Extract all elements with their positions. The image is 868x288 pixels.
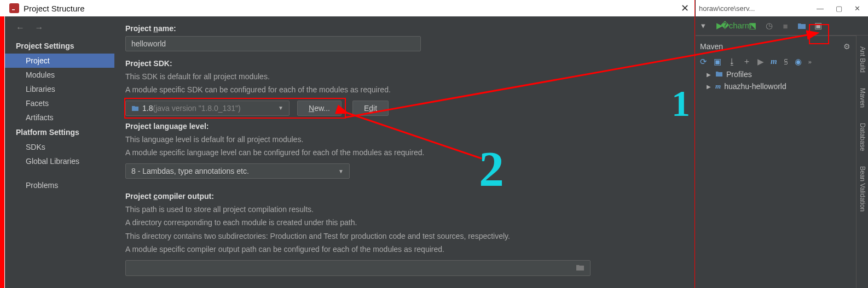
chevron-down-icon: ▼ <box>338 168 344 174</box>
chevron-right-icon[interactable]: » <box>808 58 812 65</box>
sdk-desc-1: This SDK is default for all project modu… <box>125 71 684 82</box>
terminal-icon[interactable]: ▣ <box>814 21 823 30</box>
gutter-maven[interactable]: Maven <box>859 88 866 108</box>
profile-icon[interactable]: ◷ <box>765 21 773 30</box>
maven-project-label: huazhu-helloworld <box>724 82 786 91</box>
dialog-title: Project Structure <box>24 4 85 13</box>
settings-sidebar: ← → Project Settings Project Modules Lib… <box>5 16 114 288</box>
project-settings-panel: Project name: helloworld Project SDK: Th… <box>114 16 695 288</box>
project-structure-dialog: Project Structure ✕ ← → Project Settings… <box>5 0 695 288</box>
maven-profiles-node[interactable]: ▶ Profiles <box>700 68 864 80</box>
language-level-value: 8 - Lambdas, type annotations etc. <box>131 167 249 175</box>
ide-title-path: horaw\core\serv... <box>699 4 755 13</box>
maven-toolbar: ⟳ ▣ ⭳ ＋ ▶ m ⫓ ◉ » <box>700 55 864 68</box>
gutter-ant[interactable]: Ant Build <box>859 46 866 73</box>
gutter-database[interactable]: Database <box>859 123 866 151</box>
ide-titlebar: horaw\core\serv... — ▢ ✕ <box>696 0 868 16</box>
sdk-desc-2: A module specific SDK can be configured … <box>125 84 684 95</box>
compiler-output-label: Project compiler output: <box>125 192 684 201</box>
tree-expand-icon: ▶ <box>707 84 712 90</box>
skip-tests-icon[interactable]: ⫓ <box>784 57 788 66</box>
out-desc-3: This directory contains two subdirectori… <box>125 231 684 242</box>
language-level-combo[interactable]: 8 - Lambdas, type annotations etc. ▼ <box>125 163 350 179</box>
jdk-folder-icon <box>131 104 139 112</box>
dropdown-caret-icon[interactable]: ▾ <box>699 21 708 30</box>
maximize-icon[interactable]: ▢ <box>836 4 842 13</box>
section-project-settings: Project Settings <box>5 38 114 54</box>
language-level-label: Project language level: <box>125 122 684 131</box>
sidebar-item-problems[interactable]: Problems <box>5 178 114 192</box>
compiler-output-input[interactable] <box>125 260 591 276</box>
sidebar-item-artifacts[interactable]: Artifacts <box>5 110 114 125</box>
ide-toolbar: ▾ ▶ �charm ⬔ ◷ ■ ▣ <box>696 16 868 36</box>
run-maven-icon[interactable]: ▶ <box>757 57 764 67</box>
sdk-name: 1.8 <box>142 104 153 113</box>
nav-back-icon[interactable]: ← <box>16 23 25 32</box>
gutter-bean[interactable]: Bean Validation <box>859 166 866 211</box>
sidebar-item-sdks[interactable]: SDKs <box>5 140 114 154</box>
intellij-icon <box>9 3 19 13</box>
annotation-number-1: 1 <box>672 82 690 125</box>
stop-icon[interactable]: ■ <box>781 21 790 30</box>
section-platform-settings: Platform Settings <box>5 125 114 140</box>
edit-sdk-button[interactable]: Edit <box>352 101 389 116</box>
sidebar-item-global-libs[interactable]: Global Libraries <box>5 154 114 168</box>
nav-forward-icon[interactable]: → <box>34 23 43 32</box>
project-name-label: Project name: <box>125 24 684 33</box>
new-sdk-button[interactable]: New... <box>297 101 342 116</box>
annotation-number-2: 2 <box>479 140 504 198</box>
sidebar-item-libraries[interactable]: Libraries <box>5 82 114 96</box>
window-close-icon[interactable]: ✕ <box>854 4 860 13</box>
maven-tool-window: Maven ⚙ — ⟳ ▣ ⭳ ＋ ▶ m ⫓ ◉ » ▶ Profiles ▶… <box>696 36 868 95</box>
lang-desc-1: This language level is default for all p… <box>125 134 684 145</box>
sidebar-item-facets[interactable]: Facets <box>5 96 114 110</box>
maven-project-icon: m <box>715 82 721 91</box>
add-folder-icon[interactable]: ▣ <box>714 57 721 67</box>
right-tool-gutter: Ant Build Maven Database Bean Validation <box>856 36 868 288</box>
debug-icon[interactable]: �charm <box>732 21 740 30</box>
dialog-titlebar: Project Structure ✕ <box>5 0 695 16</box>
project-sdk-combo[interactable]: 1.8 (java version "1.8.0_131") ▼ <box>125 101 290 116</box>
lang-desc-2: A module specific language level can be … <box>125 147 684 158</box>
svg-rect-1 <box>12 9 15 10</box>
profiles-label: Profiles <box>726 70 752 79</box>
download-icon[interactable]: ⭳ <box>728 57 736 66</box>
reimport-icon[interactable]: ⟳ <box>700 57 707 67</box>
offline-icon[interactable]: ◉ <box>795 57 802 67</box>
minimize-icon[interactable]: — <box>817 4 824 13</box>
gear-icon[interactable]: ⚙ <box>843 42 850 51</box>
maven-m-icon[interactable]: m <box>771 57 777 66</box>
attach-icon[interactable] <box>797 21 806 30</box>
out-desc-1: This path is used to store all project c… <box>125 204 684 215</box>
add-icon[interactable]: ＋ <box>743 56 751 67</box>
chevron-down-icon: ▼ <box>278 105 283 111</box>
close-icon[interactable]: ✕ <box>681 2 689 14</box>
sdk-version: (java version "1.8.0_131") <box>153 104 240 113</box>
annotation-red-left-line <box>0 16 4 288</box>
svg-rect-0 <box>11 5 18 11</box>
maven-toolwin-title: Maven <box>700 42 723 51</box>
sidebar-item-modules[interactable]: Modules <box>5 68 114 82</box>
project-name-input[interactable]: helloworld <box>125 36 421 51</box>
coverage-icon[interactable]: ⬔ <box>748 21 757 30</box>
out-desc-2: A directory corresponding to each module… <box>125 217 684 228</box>
maven-project-node[interactable]: ▶ m huazhu-helloworld <box>700 80 864 92</box>
profiles-folder-icon <box>715 70 723 79</box>
project-sdk-label: Project SDK: <box>125 59 684 68</box>
tree-expand-icon: ▶ <box>707 72 712 78</box>
sidebar-item-project[interactable]: Project <box>5 54 114 68</box>
nav-arrows: ← → <box>5 23 114 38</box>
browse-folder-icon[interactable] <box>576 263 585 273</box>
ide-main-window: horaw\core\serv... — ▢ ✕ ▾ ▶ �charm ⬔ ◷ … <box>696 0 868 288</box>
out-desc-4: A module specific compiler output path c… <box>125 244 684 255</box>
